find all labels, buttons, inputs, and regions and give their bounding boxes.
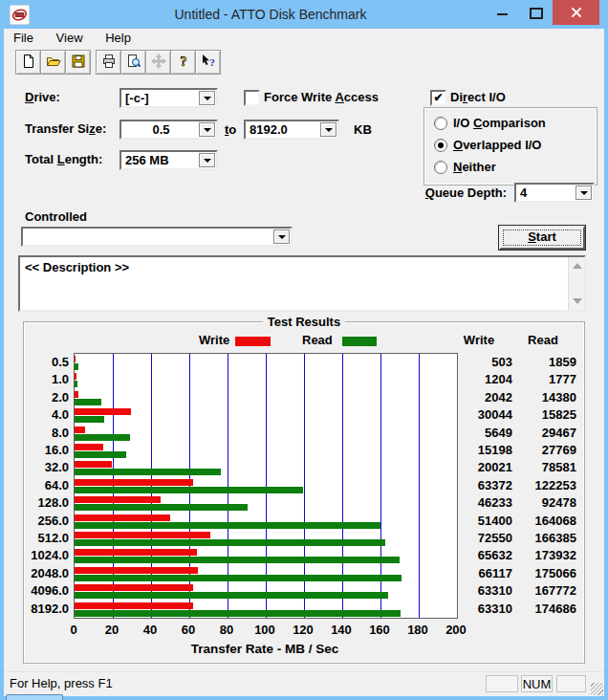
new-document-button[interactable] [15, 50, 41, 75]
context-help-button[interactable]: ? [195, 50, 221, 75]
help-icon: ? [176, 54, 191, 69]
read-bar [75, 451, 126, 458]
write-value: 51400 [445, 513, 512, 530]
svg-text:?: ? [209, 56, 215, 68]
read-value: 27769 [510, 442, 576, 459]
help-button[interactable]: ? [170, 50, 196, 75]
queue-depth-select[interactable]: 4 [514, 183, 595, 203]
read-bar [75, 610, 401, 617]
write-bar [75, 549, 197, 556]
minimize-button[interactable] [488, 0, 518, 25]
x-axis-title: Transfer Rate - MB / Sec [74, 642, 456, 656]
read-value: 167772 [510, 582, 576, 600]
menu-file[interactable]: File [4, 29, 43, 47]
write-bar [75, 444, 103, 450]
write-bar [75, 532, 210, 538]
open-folder-icon [46, 54, 61, 69]
chevron-down-icon [204, 97, 211, 100]
queue-depth-dropdown-button[interactable] [575, 186, 592, 200]
title-bar[interactable]: Untitled - ATTO Disk Benchmark [0, 0, 608, 29]
controlled-dropdown-button[interactable] [273, 230, 290, 244]
chevron-down-icon [204, 128, 211, 132]
kb-unit-label: KB [354, 122, 372, 137]
force-write-access-checkbox[interactable]: ✔ [244, 90, 260, 106]
read-bar [75, 381, 77, 387]
write-value: 63310 [445, 601, 512, 618]
atto-logo-icon [11, 6, 29, 24]
maximize-button[interactable] [520, 0, 551, 25]
move-arrows-icon [151, 54, 166, 69]
read-value: 29467 [510, 425, 576, 442]
transfer-to-dropdown-button[interactable] [320, 122, 337, 137]
controlled-select[interactable] [21, 227, 293, 247]
overlapped-io-radio[interactable] [434, 139, 447, 152]
window-title: Untitled - ATTO Disk Benchmark [57, 0, 484, 29]
write-value: 66117 [445, 565, 512, 582]
io-comparison-radio[interactable] [434, 117, 447, 130]
write-bar [75, 373, 76, 380]
start-button[interactable]: Start [499, 226, 585, 250]
transfer-size-from-select[interactable]: 0.5 [119, 120, 218, 140]
description-field[interactable]: << Description >> [18, 255, 586, 312]
transfer-from-dropdown-button[interactable] [199, 122, 215, 137]
write-bar [75, 461, 112, 468]
app-icon[interactable] [10, 5, 30, 25]
scroll-up-icon[interactable] [573, 263, 582, 269]
write-column-header: Write [445, 332, 512, 349]
read-bar [75, 557, 400, 563]
row-label: 64.0 [24, 477, 69, 494]
legend-read-swatch [342, 337, 377, 346]
pan-move-button[interactable] [145, 50, 171, 75]
x-tick-label: 100 [246, 623, 284, 637]
x-tick-label: 140 [322, 623, 360, 637]
print-button[interactable] [96, 50, 121, 75]
menu-view[interactable]: View [47, 29, 93, 47]
menu-bar: File View Help [4, 29, 604, 47]
write-value: 503 [445, 354, 512, 371]
x-tick-label: 80 [207, 623, 246, 637]
x-tick-label: 20 [93, 623, 131, 637]
read-value: 173932 [510, 547, 576, 564]
print-preview-button[interactable] [120, 50, 146, 75]
overlapped-io-label: Overlapped I/O [453, 138, 542, 152]
row-label: 16.0 [24, 442, 69, 459]
description-scrollbar[interactable] [568, 257, 584, 310]
transfer-size-to-select[interactable]: 8192.0 [244, 120, 339, 140]
chevron-down-icon [580, 191, 588, 195]
status-pane-caps [486, 675, 518, 692]
drive-dropdown-button[interactable] [199, 91, 215, 105]
app-window: Untitled - ATTO Disk Benchmark File View… [0, 0, 608, 700]
write-bar [75, 427, 85, 433]
total-length-dropdown-button[interactable] [199, 153, 215, 167]
chevron-down-icon [278, 235, 286, 239]
chevron-down-icon [325, 128, 333, 132]
row-label: 1.0 [24, 371, 69, 388]
write-bar [75, 391, 78, 398]
drive-select[interactable]: [-c-] [119, 88, 218, 108]
open-file-button[interactable] [40, 50, 66, 75]
print-preview-icon [126, 54, 141, 69]
row-label: 2.0 [24, 389, 69, 406]
row-label: 2048.0 [24, 565, 69, 582]
write-value: 2042 [445, 389, 512, 406]
close-button[interactable] [553, 0, 599, 25]
save-button[interactable] [65, 50, 91, 75]
write-value: 20021 [445, 459, 512, 476]
x-tick-label: 180 [399, 623, 437, 637]
resize-grip[interactable] [591, 683, 603, 695]
total-length-select[interactable]: 256 MB [119, 150, 218, 170]
menu-help[interactable]: Help [96, 29, 141, 47]
read-bar [75, 487, 303, 493]
read-value: 78581 [510, 459, 576, 476]
neither-radio[interactable] [434, 161, 447, 174]
direct-io-checkbox[interactable]: ✔ [430, 90, 446, 106]
write-value: 5649 [445, 425, 512, 442]
svg-text:?: ? [180, 55, 186, 69]
scroll-down-icon[interactable] [573, 298, 582, 304]
row-label: 8.0 [24, 425, 69, 442]
force-write-access-label: Force Write Access [264, 90, 379, 104]
write-value: 65632 [445, 547, 512, 564]
benchmark-settings-panel: Drive: [-c-] ✔ Force Write Access ✔ Dire… [4, 77, 604, 672]
client-frame: File View Help [4, 29, 604, 696]
x-tick-label: 0 [54, 623, 93, 637]
